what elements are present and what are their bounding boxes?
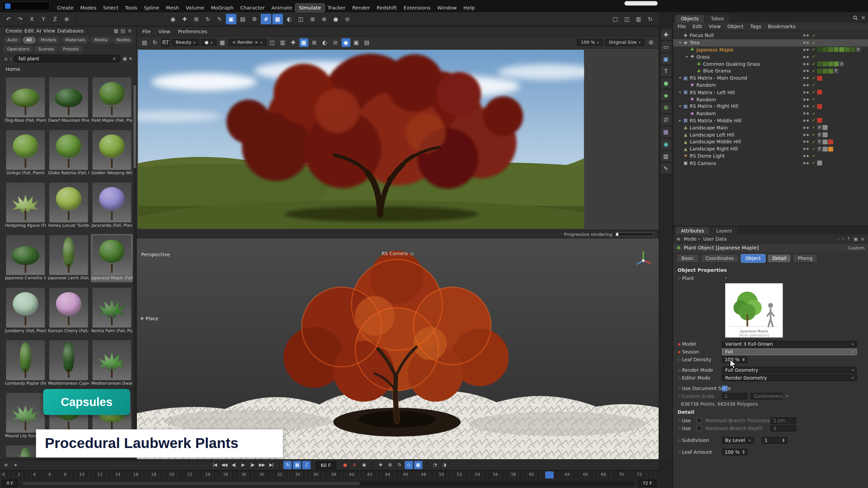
attribute-section-tab[interactable]: Coordinates (701, 254, 739, 263)
render-picture-viewer-button[interactable]: ▤ (237, 14, 248, 24)
object-tree-item[interactable]: ▲ Landscape Left Hill ✓ F (673, 131, 868, 138)
object-manager-menu-item[interactable]: File (676, 23, 687, 30)
visibility-dots[interactable] (803, 42, 810, 44)
object-tag-icon[interactable] (828, 68, 833, 74)
enabled-check-icon[interactable]: ✓ (810, 154, 817, 159)
home-icon[interactable]: ⌂ (4, 56, 7, 61)
asset-menu-item[interactable]: AI (35, 28, 42, 35)
object-manager-menu-item[interactable]: Edit (691, 23, 703, 30)
object-tag-icon[interactable]: F (834, 68, 839, 74)
timeline-expand-icon[interactable]: ▸ (12, 461, 20, 469)
object-tag-icon[interactable] (817, 76, 822, 81)
fullscreen-icon[interactable]: ◉ (341, 38, 350, 47)
expand-arrow-icon[interactable]: ▾ (684, 55, 689, 59)
record-rotation-toggle[interactable]: ↻ (395, 461, 403, 469)
grid-toggle-icon[interactable]: ▦ (218, 38, 227, 47)
object-tag-icon[interactable]: F (839, 61, 844, 66)
record-keyframe-button[interactable]: ● (341, 461, 349, 469)
object-tree-item[interactable]: ▾ ▦ RS Matrix - Right Hill ✓ (673, 103, 868, 110)
visibility-dots[interactable] (803, 63, 810, 65)
visibility-dots[interactable] (803, 148, 810, 150)
enabled-check-icon[interactable]: ✓ (810, 47, 817, 53)
visibility-dots[interactable] (803, 113, 810, 115)
filter-icon[interactable]: ▦ (299, 38, 308, 47)
target-tool[interactable]: ◉ (661, 139, 671, 149)
place-tool-label[interactable]: ✚ Place (140, 316, 158, 321)
object-tag-icon[interactable] (839, 47, 844, 53)
asset-item[interactable]: Golden Weeping Willo... (91, 129, 133, 177)
season-dropdown[interactable]: Fall▾ (722, 348, 857, 355)
play-forwards-button[interactable]: ▶ (239, 461, 247, 469)
nav-forward-icon[interactable]: › (842, 236, 844, 241)
object-tree-item[interactable]: ♣ Blue Grama ✓ F (673, 67, 868, 75)
ab-compare-icon[interactable]: ◫ (268, 38, 277, 47)
ab-swap-icon[interactable]: ▥ (278, 38, 287, 47)
render-view-area[interactable] (137, 49, 659, 230)
object-tag-icon[interactable] (823, 68, 828, 74)
object-tag-icon[interactable] (823, 47, 828, 53)
sphere-primitive-tool[interactable]: ● (661, 78, 671, 88)
use-document-scale-checkbox[interactable]: ✓ (722, 385, 727, 391)
anim-dot-icon[interactable]: ◇ (676, 450, 682, 454)
enabled-check-icon[interactable]: ✓ (810, 118, 817, 123)
go-to-start-button[interactable]: |◀ (211, 461, 219, 469)
asset-category-tab[interactable]: Presets (59, 45, 83, 53)
redo-icon[interactable]: ↷ (15, 14, 25, 24)
object-manager-menu-item[interactable]: View (708, 23, 722, 30)
enabled-check-icon[interactable]: ✓ (810, 161, 817, 166)
anim-dot-icon[interactable]: ◇ (676, 418, 682, 422)
object-tag-icon[interactable] (817, 104, 822, 109)
coordinate-system-button[interactable]: ⊕ (61, 14, 72, 24)
object-tag-icon[interactable] (817, 61, 822, 66)
pen-tool[interactable]: ✎ (661, 163, 671, 174)
visibility-dots[interactable] (803, 70, 810, 72)
matrix-tool[interactable]: ▦ (661, 127, 671, 137)
user-data-button[interactable]: User Data (703, 236, 727, 241)
magnet-snap-toggle[interactable]: ◐ (284, 14, 295, 24)
keyframe-selection-button[interactable]: ◉ (360, 461, 368, 469)
object-manager-tab[interactable]: Objects (675, 15, 704, 23)
zoom-dropdown[interactable]: 100 %▾ (577, 39, 603, 46)
menu-item[interactable]: Character (237, 4, 268, 12)
y-axis-lock-button[interactable]: Y (38, 14, 49, 24)
visibility-dots[interactable] (803, 120, 810, 122)
filter-options-icon[interactable]: ◉ (123, 56, 127, 61)
render-target-dropdown[interactable]: < Render >▾ (229, 39, 266, 46)
attribute-section-tab[interactable]: Phong (793, 254, 817, 263)
material-manager-button[interactable]: ● (331, 14, 341, 24)
object-tree-item[interactable]: ▾ ✚ Tree ✓ (673, 39, 868, 46)
timeline-ruler[interactable]: 0246810121416182022242628303234363840424… (0, 470, 659, 479)
enabled-check-icon[interactable]: ✓ (810, 40, 817, 45)
clear-search-icon[interactable]: ✕ (112, 56, 116, 61)
go-to-next-key-button[interactable]: ▶▶ (258, 461, 266, 469)
menu-item[interactable]: Window (434, 4, 460, 12)
expand-arrow-icon[interactable]: ▸ (677, 118, 683, 123)
alpha-channel-icon[interactable]: ◐ (320, 38, 329, 47)
expand-arrow-icon[interactable]: ▾ (677, 76, 683, 80)
visibility-dots[interactable] (803, 77, 810, 79)
record-pla-toggle[interactable]: ▦ (414, 461, 422, 469)
live-selection-tool-button[interactable]: ◉ (168, 14, 178, 24)
region-render-icon[interactable]: ⊞ (310, 38, 319, 47)
reset-layout-button[interactable]: ↻ (645, 14, 655, 24)
object-tree-item[interactable]: ☀ RS Dome Light ✓ (673, 152, 868, 160)
timeline-menu-icon[interactable]: ≡ (2, 461, 10, 469)
ipr-region-button[interactable]: ⊞ (307, 14, 318, 24)
anim-dot-icon[interactable]: ◇ (676, 375, 682, 380)
plant-preview-thumbnail[interactable]: Japanese Maple (Acer palmatum) (725, 283, 783, 338)
object-tag-icon[interactable] (823, 125, 828, 130)
text-tool[interactable]: T (661, 66, 671, 76)
workplane-toggle[interactable]: ◫ (296, 14, 306, 24)
object-tag-icon[interactable]: F (817, 125, 822, 130)
render-settings-gear-icon[interactable]: ⚙ (647, 38, 655, 47)
enabled-check-icon[interactable]: ✓ (810, 97, 817, 102)
asset-filter-tab[interactable]: Nodes (113, 37, 134, 44)
asset-item[interactable]: Mediterranean Cypres... (47, 339, 90, 387)
object-tag-icon[interactable]: F (817, 146, 822, 151)
asset-menu-item[interactable]: Edit (23, 28, 35, 35)
camera-tool[interactable]: ▥ (661, 151, 671, 162)
object-manager-tab[interactable]: Takes (705, 15, 729, 23)
enabled-check-icon[interactable]: ✓ (810, 132, 817, 137)
asset-filter-tab[interactable]: Models (37, 37, 60, 44)
min-branch-use-checkbox[interactable] (696, 418, 702, 423)
